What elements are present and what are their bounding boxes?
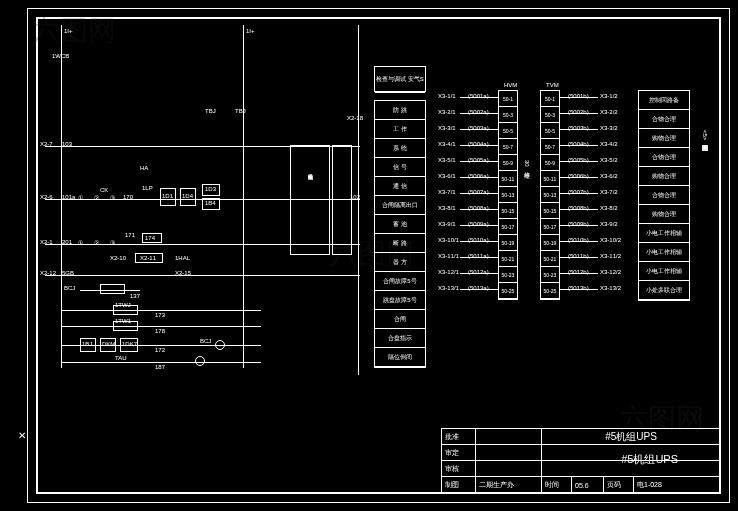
comp: X2-15 [175, 270, 191, 276]
comp: DKM [102, 341, 115, 347]
pins-left: 50-1 50-3 50-5 50-7 50-9 50-11 50-13 50-… [498, 90, 518, 300]
comp-box [113, 321, 138, 331]
tb-r4: 制图 [442, 477, 476, 493]
comp: 1LP [142, 185, 153, 191]
bus-left [61, 48, 62, 368]
comp: 173 [155, 312, 165, 318]
tb-r4c: 时间 [542, 477, 572, 493]
tb-r4e: 页码 [604, 477, 634, 493]
comp: X2-10 [110, 255, 126, 261]
comp: 1D4 [182, 193, 193, 199]
tb-r4f: 电1-028 [634, 477, 720, 493]
comp: 1DK7 [122, 341, 137, 347]
lamp-icon [195, 356, 205, 366]
label: 1I+ [246, 28, 255, 34]
lamp-icon [215, 340, 225, 350]
codes-left-col: (5001a) (5002a) (5003a) (5004a) (5005a) … [468, 93, 489, 291]
right-vlabel: <5>控制电源回路图 [700, 130, 709, 140]
comp: 1B4 [205, 200, 216, 206]
x3-right-col: X3-1/2 X3-2/2 X3-3/2 X3-4/2 X3-5/2 X3-6/… [600, 93, 621, 291]
strip1: 防 跳 工 作 系 统 信 号 通 信 合闸隔离出口 蓄 池 断 路 器 方 合… [374, 100, 426, 368]
node: ② [94, 239, 99, 246]
num: 5GB [62, 270, 74, 276]
tvm-label: TVM [546, 82, 559, 88]
comp: HA [140, 165, 148, 171]
bus-right [243, 48, 244, 368]
wire [358, 25, 359, 65]
comp: 1BJ [82, 341, 92, 347]
comp: 170 [123, 194, 133, 200]
drawing-title-overlay: #5机组UPS [621, 452, 678, 467]
comp-box [113, 305, 138, 315]
comp-box [100, 284, 125, 294]
bus-mid [358, 65, 359, 375]
comp: TBJ [235, 108, 246, 114]
num: 201 [62, 239, 72, 245]
tb-r4b: 二期生产办 [476, 477, 542, 493]
bus-label: X2-6 [40, 194, 53, 200]
comp: TAU [115, 355, 127, 361]
comp: 137 [130, 293, 140, 299]
comp: 187 [155, 364, 165, 370]
codes-right-col: (5001b) (5002b) (5003b) (5004b) (5005b) … [568, 93, 589, 291]
terminal-strip [290, 145, 330, 255]
bus-label: X2-1 [40, 239, 53, 245]
node: ③ [110, 239, 115, 246]
rail [45, 275, 360, 276]
strip1-header: 检查与调试 安气S [374, 66, 426, 92]
cross-mark: ✕ [18, 430, 26, 441]
comp: X2-18 [347, 115, 363, 121]
comp: BCJ [64, 285, 75, 291]
wire [61, 310, 261, 311]
comp: 1HAL [175, 255, 190, 261]
title-block: 批准 #5机组UPS 审定 审核 制图 二期生产办 时间 05.6 页码 电1-… [441, 428, 721, 494]
wire [61, 326, 261, 327]
num: 103 [62, 141, 72, 147]
node: ① [78, 239, 83, 246]
tb-r1: 批准 [442, 429, 476, 444]
wire [243, 25, 244, 50]
node: ② [94, 194, 99, 201]
strip2: 控制回路备 合物合理 购物合理 合物合理 购物合理 合物合理 购物合理 小电工作… [638, 90, 690, 301]
comp: 171 [125, 232, 135, 238]
tb-r2: 审定 [442, 445, 476, 460]
node: ① [78, 194, 83, 201]
label: 1I+ [64, 28, 73, 34]
wire [61, 362, 261, 363]
num: 101a [62, 194, 75, 200]
comp: BCJ [200, 338, 211, 344]
x3-left-col: X3-1/1 X3-2/1 X3-3/1 X3-4/1 X3-5/1 X3-6/… [438, 93, 459, 291]
comp-box [135, 253, 163, 263]
comp: 1D1 [162, 193, 173, 199]
comp: 174 [145, 235, 155, 241]
comp: TBJ [205, 108, 216, 114]
comp: 172 [155, 347, 165, 353]
bus-label: X2-7 [40, 141, 53, 147]
tb-r4d: 05.6 [572, 477, 604, 493]
vstrip-label: 30维修 [522, 160, 531, 167]
node: ③ [110, 194, 115, 201]
tb-r3: 审核 [442, 461, 476, 476]
hvm-label: HVM [504, 82, 517, 88]
wire [61, 25, 62, 50]
comp: CK [100, 187, 108, 193]
pins-right: 50-1 50-3 50-5 50-7 50-9 50-11 50-13 50-… [540, 90, 560, 300]
drawing-title: #5机组UPS [542, 429, 720, 444]
comp: 1D3 [205, 186, 216, 192]
terminal-strip [332, 145, 352, 255]
bus-label: X2-12 [40, 270, 56, 276]
comp: 178 [155, 328, 165, 334]
